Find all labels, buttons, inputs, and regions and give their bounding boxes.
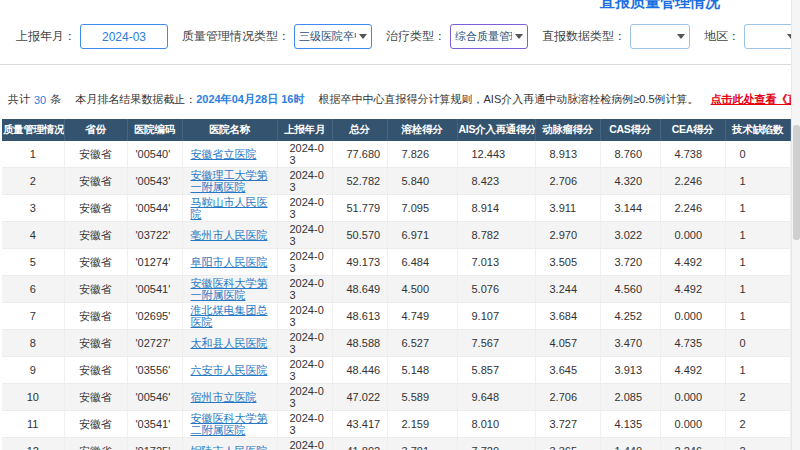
- table-cell: 2024-03: [277, 411, 332, 438]
- table-cell: 4.320: [600, 168, 660, 195]
- vertical-scrollbar[interactable]: [791, 0, 800, 450]
- table-cell: 6.971: [387, 222, 457, 249]
- table-cell: 2.706: [535, 384, 600, 411]
- table-cell: 2: [725, 438, 790, 450]
- region-label: 地区：: [704, 28, 740, 45]
- table-row: 7安徽省'02695'淮北煤电集团总医院2024-0348.6134.7499.…: [2, 303, 790, 330]
- table-cell: 6.484: [387, 249, 457, 276]
- table-cell: 2: [725, 384, 790, 411]
- hospital-link[interactable]: 马鞍山市人民医院: [191, 196, 268, 220]
- hospital-link[interactable]: 安徽省立医院: [191, 148, 257, 160]
- chevron-down-icon: [677, 34, 685, 39]
- table-cell: 4: [2, 222, 64, 249]
- hospital-link[interactable]: 安徽医科大学第二附属医院: [191, 412, 268, 436]
- column-header: CAS得分: [600, 119, 660, 141]
- table-cell: '02727': [127, 330, 182, 357]
- table-cell: 10: [2, 384, 64, 411]
- table-cell: 2024-03: [277, 438, 332, 450]
- table-cell: 2.970: [535, 222, 600, 249]
- table-cell: 0.000: [660, 411, 725, 438]
- table-cell: 43.417: [332, 411, 387, 438]
- table-cell: 1: [725, 222, 790, 249]
- table-cell: 4.135: [600, 411, 660, 438]
- deadline-label: 本月排名结果数据截止：: [75, 92, 196, 107]
- table-cell: 亳州市人民医院: [182, 222, 277, 249]
- hospital-link[interactable]: 六安市人民医院: [191, 364, 268, 376]
- hospital-link[interactable]: 安徽医科大学第一附属医院: [191, 277, 268, 301]
- table-cell: 6.527: [387, 330, 457, 357]
- table-cell: 安徽省: [64, 357, 127, 384]
- table-cell: 六安市人民医院: [182, 357, 277, 384]
- table-cell: 马鞍山市人民医院: [182, 195, 277, 222]
- table-cell: 5: [2, 249, 64, 276]
- table-cell: 2024-03: [277, 249, 332, 276]
- table-row: 6安徽省'00541'安徽医科大学第一附属医院2024-0348.6494.50…: [2, 276, 790, 303]
- table-row: 2安徽省'00543'安徽理工大学第一附属医院2024-0352.7825.84…: [2, 168, 790, 195]
- quality-type-label: 质量管理情况类型：: [182, 28, 290, 45]
- table-cell: 4.738: [660, 141, 725, 168]
- table-cell: 4.057: [535, 330, 600, 357]
- table-cell: 5.076: [457, 276, 535, 303]
- scrollbar-thumb[interactable]: [793, 125, 800, 240]
- hospital-link[interactable]: 宿州市立医院: [191, 391, 257, 403]
- table-cell: '00543': [127, 168, 182, 195]
- table-cell: '00541': [127, 276, 182, 303]
- rule-link[interactable]: 点击此处查看《直报质量管理情况计分规则》: [711, 92, 800, 107]
- hospital-link[interactable]: 亳州市人民医院: [191, 229, 268, 241]
- table-cell: 0.000: [660, 303, 725, 330]
- table-cell: 2.159: [387, 411, 457, 438]
- quality-type-select[interactable]: 三级医院卒中中心: [294, 24, 372, 49]
- table-cell: 3.365: [535, 438, 600, 450]
- table-cell: 5.840: [387, 168, 457, 195]
- table-cell: 安徽医科大学第二附属医院: [182, 411, 277, 438]
- table-cell: 2024-03: [277, 222, 332, 249]
- column-header: 动脉瘤得分: [535, 119, 600, 141]
- table-cell: 0.000: [660, 222, 725, 249]
- table-cell: 4.749: [387, 303, 457, 330]
- table-cell: 安徽省: [64, 141, 127, 168]
- table-cell: 4.252: [600, 303, 660, 330]
- deadline-value: 2024年04月28日 16时: [196, 92, 304, 107]
- hospital-link[interactable]: 铜陵市人民医院: [191, 445, 268, 450]
- table-cell: 4.500: [387, 276, 457, 303]
- table-cell: 7.095: [387, 195, 457, 222]
- table-cell: 3.022: [600, 222, 660, 249]
- treatment-type-select[interactable]: 综合质量管理情况: [450, 24, 528, 49]
- table-cell: 50.570: [332, 222, 387, 249]
- table-cell: 48.588: [332, 330, 387, 357]
- hospital-link[interactable]: 太和县人民医院: [191, 337, 268, 349]
- hospital-link[interactable]: 安徽理工大学第一附属医院: [191, 169, 268, 193]
- table-cell: 8.782: [457, 222, 535, 249]
- table-cell: 51.779: [332, 195, 387, 222]
- report-month-input[interactable]: [80, 24, 168, 49]
- total-suffix: 条: [50, 92, 61, 107]
- hospital-link[interactable]: 淮北煤电集团总医院: [191, 304, 268, 328]
- table-cell: 7.826: [387, 141, 457, 168]
- table-cell: 6: [2, 276, 64, 303]
- table-cell: 安徽省: [64, 330, 127, 357]
- table-cell: 2024-03: [277, 303, 332, 330]
- table-cell: 49.173: [332, 249, 387, 276]
- table-cell: 1: [725, 303, 790, 330]
- table-cell: 2: [725, 411, 790, 438]
- table-cell: 9: [2, 357, 64, 384]
- table-row: 8安徽省'02727'太和县人民医院2024-0348.5886.5277.56…: [2, 330, 790, 357]
- table-cell: 7.720: [457, 438, 535, 450]
- table-cell: 4.560: [600, 276, 660, 303]
- table-cell: 9.648: [457, 384, 535, 411]
- table-cell: 2024-03: [277, 195, 332, 222]
- table-cell: 0: [725, 141, 790, 168]
- report-data-type-select[interactable]: [630, 24, 690, 49]
- hospital-link[interactable]: 阜阳市人民医院: [191, 256, 268, 268]
- table-cell: 5.857: [457, 357, 535, 384]
- table-cell: 1: [725, 195, 790, 222]
- table-cell: 安徽省: [64, 411, 127, 438]
- table-cell: 铜陵市人民医院: [182, 438, 277, 450]
- table-cell: 12: [2, 438, 64, 450]
- column-header: 技术缺陷数: [725, 119, 790, 141]
- table-cell: '01725': [127, 438, 182, 450]
- table-cell: 1: [2, 141, 64, 168]
- table-cell: 1: [725, 276, 790, 303]
- table-cell: 安徽省: [64, 276, 127, 303]
- table-cell: 11: [2, 411, 64, 438]
